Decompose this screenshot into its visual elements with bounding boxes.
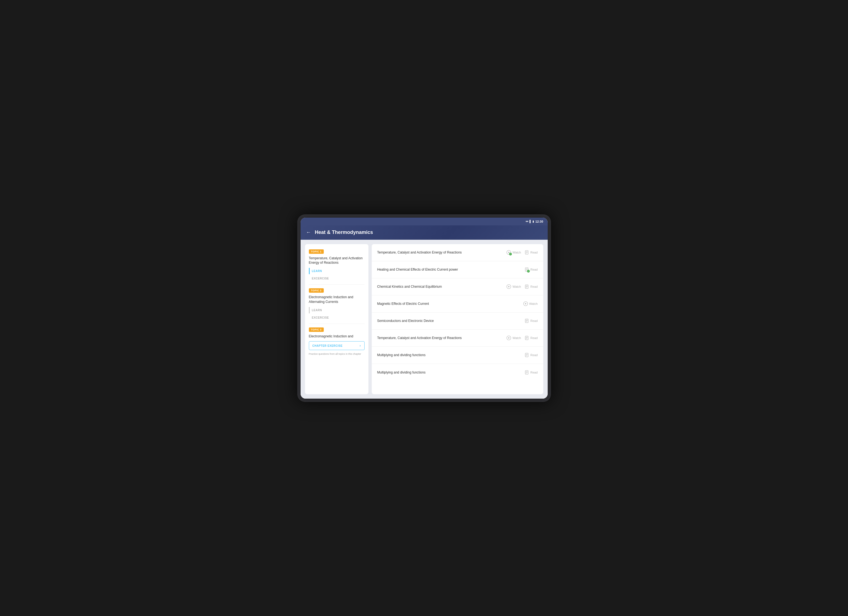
content-item-title: Heating and Chemical Effects of Electric… xyxy=(377,267,522,272)
table-row: Magnetic Effects of Electric Current Wat… xyxy=(372,295,543,313)
page-title: Heat & Thermodynamics xyxy=(315,230,373,235)
watch-button[interactable]: Watch xyxy=(523,301,538,306)
topic2-badge: TOPIC 2 xyxy=(309,288,324,293)
read-label: Read xyxy=(530,268,538,271)
content-actions: Watch xyxy=(523,301,538,306)
document-icon xyxy=(524,250,529,255)
chapter-exercise-chevron-icon: › xyxy=(360,344,361,347)
read-label: Read xyxy=(530,251,538,254)
content-item-title: Chemical Kinetics and Chemical Equilibri… xyxy=(377,285,504,289)
status-bar: ▾▾ ▌ ▮ 12:30 xyxy=(301,218,548,226)
app-header: ← Heat & Thermodynamics xyxy=(301,226,548,240)
topic3-title: Electromagnetic Induction and xyxy=(309,334,365,339)
tablet-frame: ▾▾ ▌ ▮ 12:30 ← Heat & Thermodynamics TOP… xyxy=(297,214,551,402)
read-button[interactable]: Read xyxy=(524,335,538,340)
topic2-title: Electromagnetic Induction and Alternatin… xyxy=(309,295,365,304)
back-button[interactable]: ← xyxy=(306,230,311,235)
battery-icon: ▮ xyxy=(532,220,534,223)
watch-button[interactable]: Watch xyxy=(506,250,521,255)
read-icon-wrap xyxy=(524,267,529,272)
watch-button[interactable]: Watch xyxy=(506,284,521,289)
content-actions: Read xyxy=(524,267,538,272)
tablet-screen: ▾▾ ▌ ▮ 12:30 ← Heat & Thermodynamics TOP… xyxy=(301,218,548,399)
topic1-title: Temperature, Catalyst and Activation Ene… xyxy=(309,256,365,266)
read-button[interactable]: Read xyxy=(524,318,538,323)
topic1-badge: TOPIC 1 xyxy=(309,249,324,254)
watch-label: Watch xyxy=(512,285,521,288)
content-item-title: Temperature, Catalyst and Activation Ene… xyxy=(377,336,504,340)
content-actions: Watch Read xyxy=(506,284,538,289)
completed-badge xyxy=(509,253,512,255)
sidebar-topic-1: TOPIC 1 Temperature, Catalyst and Activa… xyxy=(309,249,365,282)
read-button[interactable]: Read xyxy=(524,370,538,375)
time-display: 12:30 xyxy=(535,220,543,223)
table-row: Multiplying and dividing functions Read xyxy=(372,364,543,381)
content-list: Temperature, Catalyst and Activation Ene… xyxy=(372,244,543,394)
play-circle-icon xyxy=(523,301,528,306)
table-row: Multiplying and dividing functions Read xyxy=(372,347,543,364)
read-button[interactable]: Read xyxy=(524,267,538,272)
read-label: Read xyxy=(530,353,538,357)
watch-button[interactable]: Watch xyxy=(506,335,521,340)
content-item-title: Temperature, Catalyst and Activation Ene… xyxy=(377,251,504,254)
table-row: Heating and Chemical Effects of Electric… xyxy=(372,261,543,278)
table-row: Temperature, Catalyst and Activation Ene… xyxy=(372,330,543,347)
wifi-icon: ▾▾ xyxy=(526,220,528,223)
sidebar-topic-3: TOPIC 3 Electromagnetic Induction and xyxy=(309,327,365,339)
content-item-title: Multiplying and dividing functions xyxy=(377,353,522,357)
completed-badge xyxy=(527,270,530,273)
table-row: Chemical Kinetics and Chemical Equilibri… xyxy=(372,278,543,295)
svg-marker-17 xyxy=(525,303,526,304)
watch-label: Watch xyxy=(529,302,538,305)
topic1-learn[interactable]: LEARN xyxy=(309,268,365,274)
content-item-title: Magnetic Effects of Electric Current xyxy=(377,302,520,306)
divider-1 xyxy=(309,284,365,285)
read-button[interactable]: Read xyxy=(524,284,538,289)
document-icon xyxy=(524,318,529,323)
read-label: Read xyxy=(530,285,538,288)
content-item-title: Multiplying and dividing functions xyxy=(377,371,522,374)
content-actions: Read xyxy=(524,353,538,358)
content-actions: Read xyxy=(524,318,538,323)
sidebar-topic-2: TOPIC 2 Electromagnetic Induction and Al… xyxy=(309,288,365,321)
read-label: Read xyxy=(530,336,538,340)
document-icon xyxy=(524,284,529,289)
svg-marker-23 xyxy=(509,337,510,339)
topic2-exercise[interactable]: EXCERCISE xyxy=(309,315,365,321)
status-icons: ▾▾ ▌ ▮ 12:30 xyxy=(526,220,543,223)
chapter-exercise-button[interactable]: CHAPTER EXERCISE › xyxy=(309,341,365,350)
topic3-badge: TOPIC 3 xyxy=(309,327,324,332)
content-actions: Watch Read xyxy=(506,335,538,340)
table-row: Semiconductors and Electronic Device Rea… xyxy=(372,313,543,330)
document-icon xyxy=(524,370,529,375)
svg-marker-11 xyxy=(509,286,510,288)
read-label: Read xyxy=(530,371,538,374)
table-row: Temperature, Catalyst and Activation Ene… xyxy=(372,244,543,261)
divider-2 xyxy=(309,324,365,324)
play-circle-icon xyxy=(506,335,511,340)
watch-label: Watch xyxy=(512,251,521,254)
watch-icon-wrap xyxy=(506,250,511,255)
read-button[interactable]: Read xyxy=(524,250,538,255)
topic1-exercise[interactable]: EXCERCISE xyxy=(309,275,365,282)
read-button[interactable]: Read xyxy=(524,353,538,358)
signal-icon: ▌ xyxy=(529,220,531,223)
sidebar: TOPIC 1 Temperature, Catalyst and Activa… xyxy=(305,244,368,394)
play-circle-icon xyxy=(506,284,511,289)
document-icon xyxy=(524,353,529,358)
topic2-learn[interactable]: LEARN xyxy=(309,307,365,313)
main-content: TOPIC 1 Temperature, Catalyst and Activa… xyxy=(301,240,548,399)
content-item-title: Semiconductors and Electronic Device xyxy=(377,319,522,323)
chapter-exercise-description: Practice questions from all topics in th… xyxy=(309,352,365,356)
content-actions: Read xyxy=(524,370,538,375)
read-label: Read xyxy=(530,319,538,322)
content-actions: Watch Read xyxy=(506,250,538,255)
chapter-exercise-label: CHAPTER EXERCISE xyxy=(313,344,343,347)
document-icon xyxy=(524,335,529,340)
watch-label: Watch xyxy=(512,336,521,340)
